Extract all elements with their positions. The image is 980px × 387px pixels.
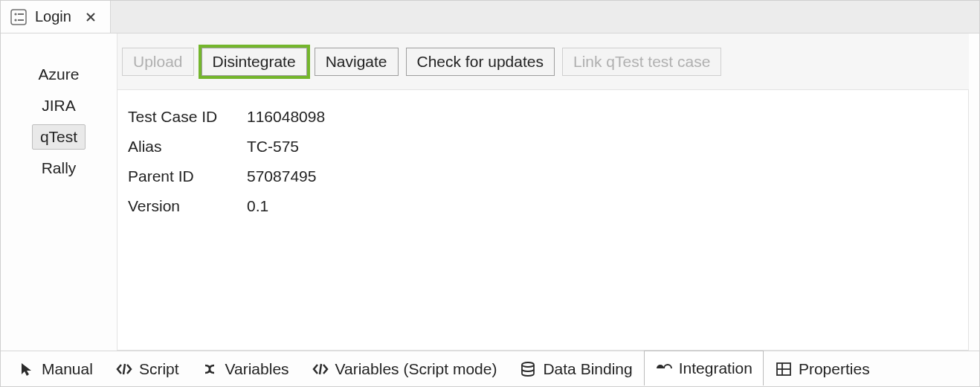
- tab-manual[interactable]: Manual: [7, 351, 104, 386]
- code-icon: [312, 360, 329, 378]
- row-parent-id: Parent ID 57087495: [128, 161, 958, 191]
- main-area: Upload Disintegrate Navigate Check for u…: [117, 33, 979, 351]
- sidebar-item-azure[interactable]: Azure: [30, 62, 88, 87]
- grid-icon: [775, 360, 793, 378]
- code-icon: [115, 360, 133, 378]
- row-test-case-id: Test Case ID 116048098: [128, 102, 958, 132]
- check-updates-button[interactable]: Check for updates: [406, 48, 555, 76]
- label-alias: Alias: [128, 132, 247, 161]
- close-icon[interactable]: [83, 10, 98, 25]
- label-version: Version: [128, 191, 247, 221]
- tab-label: Manual: [42, 360, 93, 378]
- tab-label: Variables: [225, 360, 289, 378]
- tab-variables-script[interactable]: Variables (Script mode): [300, 351, 509, 386]
- value-test-case-id: 116048098: [247, 102, 325, 132]
- value-version: 0.1: [247, 191, 268, 221]
- svg-point-5: [522, 362, 534, 367]
- tab-label: Integration: [679, 359, 752, 377]
- upload-button: Upload: [122, 48, 194, 76]
- bottom-tab-bar: Manual Script Variables Variables (Scrip…: [1, 351, 979, 386]
- sidebar-item-rally[interactable]: Rally: [33, 156, 85, 181]
- tab-properties[interactable]: Properties: [764, 351, 881, 386]
- details-panel: Test Case ID 116048098 Alias TC-575 Pare…: [117, 90, 969, 351]
- tab-data-binding[interactable]: Data Binding: [508, 351, 643, 386]
- top-tab-bar: Login: [1, 1, 979, 33]
- sidebar-item-qtest[interactable]: qTest: [32, 124, 86, 150]
- navigate-button[interactable]: Navigate: [315, 48, 399, 76]
- tab-label: Properties: [799, 360, 870, 378]
- top-tab-login[interactable]: Login: [1, 1, 111, 33]
- svg-rect-2: [18, 13, 24, 15]
- link-qtest-button: Link qTest test case: [562, 48, 721, 76]
- top-tab-label: Login: [35, 8, 71, 25]
- test-case-icon: [10, 8, 28, 26]
- label-parent-id: Parent ID: [128, 161, 247, 191]
- label-test-case-id: Test Case ID: [128, 102, 247, 132]
- row-version: Version 0.1: [128, 191, 958, 221]
- svg-rect-0: [11, 10, 26, 25]
- database-icon: [519, 360, 537, 378]
- tab-variables[interactable]: Variables: [190, 351, 300, 386]
- value-parent-id: 57087495: [247, 161, 316, 191]
- svg-point-1: [14, 13, 16, 15]
- cursor-icon: [18, 360, 36, 378]
- disintegrate-button[interactable]: Disintegrate: [202, 48, 307, 76]
- tab-integration[interactable]: Integration: [644, 351, 764, 386]
- app-window: Login Azure JIRA qTest Rally Upload Disi…: [0, 0, 980, 387]
- row-alias: Alias TC-575: [128, 132, 958, 161]
- body: Azure JIRA qTest Rally Upload Disintegra…: [1, 33, 979, 351]
- value-alias: TC-575: [247, 132, 299, 161]
- integration-icon: [655, 359, 673, 377]
- sidebar-item-jira[interactable]: JIRA: [33, 93, 85, 118]
- tab-label: Script: [139, 360, 179, 378]
- svg-rect-4: [18, 19, 24, 21]
- svg-point-3: [14, 19, 16, 21]
- tab-label: Data Binding: [543, 360, 632, 378]
- variable-icon: [202, 360, 219, 378]
- integration-toolbar: Upload Disintegrate Navigate Check for u…: [117, 33, 969, 90]
- integration-sidebar: Azure JIRA qTest Rally: [1, 33, 117, 351]
- tab-script[interactable]: Script: [104, 351, 190, 386]
- tab-label: Variables (Script mode): [335, 360, 497, 378]
